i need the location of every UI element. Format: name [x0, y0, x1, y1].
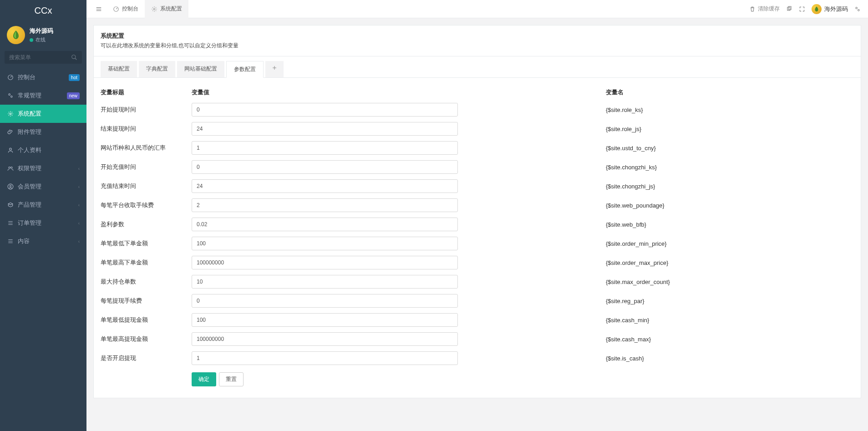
sidebar-item-8[interactable]: 订单管理‹: [0, 214, 86, 232]
nav-label: 控制台: [18, 73, 69, 81]
row-label: 每笔提现手续费: [101, 297, 192, 305]
sidebar-item-3[interactable]: 附件管理: [0, 123, 86, 141]
nav-label: 权限管理: [18, 164, 78, 172]
config-tabs: 基础配置字典配置网站基础配置参数配置: [94, 56, 861, 78]
config-tab-1[interactable]: 字典配置: [139, 61, 175, 77]
nav-label: 产品管理: [18, 201, 78, 209]
sidebar-item-2[interactable]: 系统配置: [0, 105, 86, 123]
avatar-small: [812, 4, 822, 14]
row-value-input[interactable]: [192, 122, 458, 136]
row-varname: {$site.max_order_count}: [460, 279, 854, 285]
table-header: 变量标题 变量值 变量名: [101, 85, 854, 100]
row-value-input[interactable]: [192, 218, 458, 231]
row-label: 盈利参数: [101, 220, 192, 228]
table-row: 开始充值时间{$site.chongzhi_ks}: [101, 157, 854, 177]
table-row: 充值结束时间{$site.chongzhi_js}: [101, 177, 854, 196]
reset-button[interactable]: 重置: [219, 372, 244, 386]
row-label: 结束提现时间: [101, 125, 192, 133]
top-tab-1[interactable]: 系统配置: [145, 0, 188, 18]
nav-label: 系统配置: [18, 110, 80, 118]
sidebar-item-0[interactable]: 控制台hot: [0, 68, 86, 86]
row-varname: {$site.cash_max}: [460, 336, 854, 343]
row-value-input[interactable]: [192, 332, 458, 346]
sidebar-item-4[interactable]: 个人资料: [0, 141, 86, 159]
app-logo[interactable]: CCx: [0, 0, 86, 21]
row-varname: {$site.reg_par}: [460, 298, 854, 304]
clear-cache-label: 清除缓存: [758, 5, 780, 13]
avatar: [7, 26, 25, 44]
row-label: 单笔最低提现金额: [101, 316, 192, 324]
sidebar-item-1[interactable]: 常规管理new: [0, 86, 86, 105]
svg-point-10: [10, 185, 11, 187]
table-row: 是否开启提现{$site.is_cash}: [101, 349, 854, 368]
search-icon[interactable]: [71, 54, 77, 61]
row-value-input[interactable]: [192, 198, 458, 212]
nav-label: 常规管理: [18, 91, 67, 100]
submit-button[interactable]: 确定: [192, 372, 216, 386]
chevron-left-icon: ‹: [78, 166, 80, 171]
gear-icon: [151, 6, 157, 12]
hamburger-icon[interactable]: [91, 6, 107, 12]
row-value-input[interactable]: [192, 160, 458, 174]
row-value-input[interactable]: [192, 179, 458, 193]
row-label: 开始充值时间: [101, 163, 192, 171]
row-varname: {$site.ustd_to_cny}: [460, 145, 854, 152]
dashboard-icon: [7, 74, 14, 81]
fullscreen-button[interactable]: [799, 6, 805, 12]
sidebar-item-5[interactable]: 权限管理‹: [0, 159, 86, 177]
search-input[interactable]: [5, 51, 82, 64]
sidebar-item-9[interactable]: 内容‹: [0, 232, 86, 250]
panel-desc: 可以在此增改系统的变量和分组,也可以自定义分组和变量: [101, 42, 854, 50]
svg-point-16: [858, 9, 860, 10]
row-varname: {$site.order_max_price}: [460, 259, 854, 266]
copy-icon: [786, 6, 792, 12]
table-row: 每笔平台收取手续费{$site.web_poundage}: [101, 196, 854, 215]
product-icon: [7, 202, 14, 208]
sidebar-username: 海外源码: [30, 27, 53, 35]
copy-button[interactable]: [786, 6, 792, 12]
table-row: 单笔最低下单金额{$site.order_min_price}: [101, 234, 854, 253]
header-value: 变量值: [192, 88, 460, 96]
nav-label: 附件管理: [18, 128, 80, 136]
row-value-input[interactable]: [192, 313, 458, 327]
plus-icon: [272, 65, 277, 71]
table-row: 网站币种和人民币的汇率{$site.ustd_to_cny}: [101, 138, 854, 157]
row-value-input[interactable]: [192, 103, 458, 117]
cogs-icon: [7, 92, 14, 99]
topbar-username: 海外源码: [824, 5, 848, 13]
table-row: 每笔提现手续费{$site.reg_par}: [101, 291, 854, 310]
svg-point-5: [10, 113, 11, 115]
chevron-left-icon: ‹: [78, 239, 80, 244]
row-value-input[interactable]: [192, 275, 458, 289]
config-tab-3[interactable]: 参数配置: [226, 61, 264, 78]
config-tab-2[interactable]: 网站基础配置: [177, 61, 224, 77]
sidebar-profile[interactable]: 海外源码 在线: [0, 21, 86, 51]
add-tab-button[interactable]: [265, 61, 284, 77]
nav-label: 会员管理: [18, 183, 78, 191]
topbar-user[interactable]: 海外源码: [812, 4, 848, 14]
row-label: 单笔最高提现金额: [101, 335, 192, 343]
group-icon: [7, 165, 14, 172]
badge: new: [67, 92, 80, 99]
row-value-input[interactable]: [192, 141, 458, 155]
topbar: 控制台系统配置 清除缓存 海外源码: [86, 0, 868, 18]
circle-user-icon: [7, 183, 14, 190]
table-row: 最大持仓单数{$site.max_order_count}: [101, 272, 854, 291]
row-value-input[interactable]: [192, 256, 458, 269]
top-tab-0[interactable]: 控制台: [107, 0, 145, 18]
panel-title: 系统配置: [101, 32, 854, 40]
settings-button[interactable]: [854, 6, 861, 12]
clear-cache-button[interactable]: 清除缓存: [749, 5, 780, 13]
user-icon: [7, 147, 14, 153]
cogs-icon: [854, 6, 861, 12]
row-varname: {$site.order_min_price}: [460, 240, 854, 247]
row-label: 网站币种和人民币的汇率: [101, 144, 192, 152]
row-value-input[interactable]: [192, 237, 458, 250]
status-dot-icon: [30, 38, 33, 42]
row-value-input[interactable]: [192, 294, 458, 308]
row-value-input[interactable]: [192, 351, 458, 365]
sidebar-item-7[interactable]: 产品管理‹: [0, 196, 86, 214]
nav-label: 个人资料: [18, 146, 80, 154]
config-tab-0[interactable]: 基础配置: [101, 61, 137, 77]
sidebar-item-6[interactable]: 会员管理‹: [0, 177, 86, 196]
